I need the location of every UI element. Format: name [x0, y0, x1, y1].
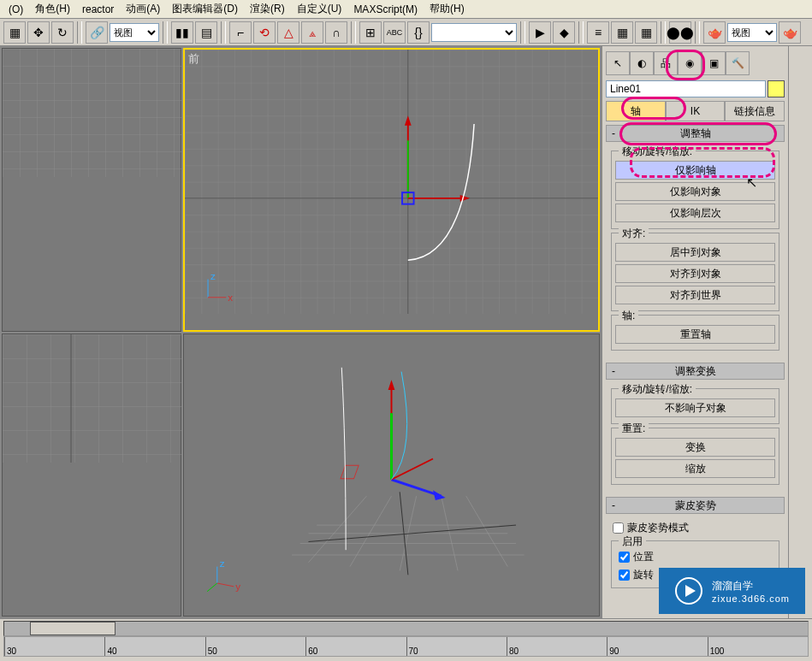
create-tab-icon[interactable]: ↖: [606, 51, 630, 75]
pivot-subtab[interactable]: 轴: [606, 101, 666, 121]
tick: 100: [708, 637, 808, 656]
menu-bar: (O) 角色(H) reactor 动画(A) 图表编辑器(D) 渲染(R) 自…: [0, 0, 812, 19]
position-checkbox[interactable]: 位置: [615, 548, 775, 566]
tick: 70: [406, 637, 507, 656]
align-to-object-button[interactable]: 对齐到对象: [615, 264, 775, 283]
motion-tab-icon[interactable]: ◉: [678, 51, 702, 75]
selection-region-icon[interactable]: ▦: [3, 21, 26, 44]
viewport-bottom-left[interactable]: [2, 333, 181, 617]
time-slider-track[interactable]: [3, 621, 809, 636]
modify-tab-icon[interactable]: ◐: [630, 51, 654, 75]
collapse-icon: -: [612, 365, 615, 377]
reset-scale-button[interactable]: 缩放: [615, 459, 775, 478]
front-view-content: zx: [185, 50, 598, 314]
play-icon[interactable]: ▶: [529, 21, 551, 44]
menu-item[interactable]: 帮助(H): [424, 0, 470, 18]
collapse-icon: -: [612, 499, 615, 511]
curve-editor-icon[interactable]: ▦: [611, 21, 633, 44]
tick: 50: [205, 637, 305, 656]
rollout-adjust-pivot-header[interactable]: - 调整轴: [606, 125, 785, 142]
rollout-title: 调整轴: [680, 127, 711, 141]
render-view-dropdown[interactable]: 视图: [727, 23, 777, 42]
viewport-perspective[interactable]: 透视 zy: [183, 333, 600, 617]
rollout-skin-pose-header[interactable]: - 蒙皮姿势: [606, 497, 785, 514]
abc-icon[interactable]: ABC: [383, 21, 406, 44]
render-setup-icon[interactable]: 🫖: [703, 21, 726, 44]
freeze-icon[interactable]: {}: [407, 21, 430, 44]
reset-pivot-button[interactable]: 重置轴: [615, 325, 775, 344]
group-label: 启用: [619, 534, 646, 549]
command-panel: ↖ ◐ 品 ◉ ▣ 🔨 轴 IK 链接信息 - 调整轴 移动/旋转/缩放: 仅影…: [602, 46, 788, 618]
object-color-swatch[interactable]: [768, 80, 785, 97]
rotate-icon[interactable]: ↻: [51, 21, 74, 44]
perspective-content: zy: [184, 334, 599, 599]
move-rotate-scale-group-2: 移动/旋转/缩放: 不影响子对象: [611, 388, 779, 424]
spinner-snap-icon[interactable]: ⟁: [301, 21, 323, 44]
viewport-area: 前 zx 透视: [0, 46, 602, 618]
group-label: 对齐:: [619, 227, 649, 241]
watermark-url: zixue.3d66.com: [712, 593, 790, 604]
panel-scrollbar[interactable]: [788, 46, 812, 618]
menu-item[interactable]: 动画(A): [121, 0, 165, 18]
angle-snap-icon[interactable]: ⟲: [253, 21, 276, 44]
layers-icon[interactable]: ≡: [587, 21, 609, 44]
menu-item[interactable]: 角色(H): [30, 0, 75, 18]
tick: 60: [305, 637, 406, 656]
snap-magnet-icon[interactable]: ∩: [325, 21, 347, 44]
move-rotate-scale-group: 移动/旋转/缩放: 仅影响轴 仅影响对象 仅影响层次: [611, 150, 779, 229]
timeline: 30 40 50 60 70 80 90 100: [0, 618, 812, 661]
ref-coord-dropdown[interactable]: 视图: [110, 23, 159, 42]
ik-subtab[interactable]: IK: [666, 101, 726, 121]
menu-item[interactable]: 自定义(U): [292, 0, 347, 18]
named-selection-dropdown[interactable]: [431, 23, 517, 42]
pivot-group: 轴: 重置轴: [611, 315, 779, 351]
viewport-front[interactable]: 前 zx: [183, 48, 600, 332]
svg-marker-43: [685, 585, 696, 597]
menu-item[interactable]: reactor: [77, 2, 119, 17]
affect-hierarchy-only-button[interactable]: 仅影响层次: [615, 204, 775, 222]
svg-text:y: y: [235, 580, 240, 591]
link-icon[interactable]: 🔗: [86, 21, 108, 44]
menu-item[interactable]: (O): [3, 2, 28, 17]
svg-text:z: z: [220, 557, 225, 568]
group-label: 移动/旋转/缩放:: [619, 145, 696, 159]
percent-snap-icon[interactable]: △: [277, 21, 299, 44]
rollout-title: 蒙皮姿势: [675, 499, 716, 513]
alignment-group: 对齐: 居中到对象 对齐到对象 对齐到世界: [611, 233, 779, 311]
mirror-icon[interactable]: ▮▮: [171, 21, 193, 44]
object-name-field[interactable]: [606, 80, 766, 97]
rollout-adjust-transform-header[interactable]: - 调整变换: [606, 363, 785, 380]
group-label: 移动/旋转/缩放:: [619, 382, 696, 397]
align-to-world-button[interactable]: 对齐到世界: [615, 286, 775, 304]
viewport-top-left[interactable]: [2, 48, 181, 332]
linkinfo-subtab[interactable]: 链接信息: [725, 101, 785, 121]
menu-item[interactable]: MAXScript(M): [348, 2, 423, 17]
quick-render-icon[interactable]: 🫖: [779, 21, 801, 44]
named-sel-icon[interactable]: ⊞: [359, 21, 382, 44]
watermark: 溜溜自学 zixue.3d66.com: [659, 568, 805, 614]
array-icon[interactable]: ▤: [195, 21, 217, 44]
center-to-object-button[interactable]: 居中到对象: [615, 243, 775, 262]
watermark-title: 溜溜自学: [712, 580, 753, 592]
move-icon[interactable]: ✥: [27, 21, 50, 44]
schematic-icon[interactable]: ▦: [635, 21, 657, 44]
menu-item[interactable]: 渲染(R): [245, 0, 290, 18]
display-tab-icon[interactable]: ▣: [702, 51, 726, 75]
hierarchy-tab-icon[interactable]: 品: [654, 51, 678, 75]
utilities-tab-icon[interactable]: 🔨: [726, 51, 750, 75]
affect-object-only-button[interactable]: 仅影响对象: [615, 182, 775, 201]
time-slider-thumb[interactable]: [30, 622, 116, 635]
play-logo-icon: [674, 576, 703, 605]
reset-transform-button[interactable]: 变换: [615, 438, 775, 457]
dont-affect-children-button[interactable]: 不影响子对象: [615, 398, 775, 417]
time-ruler[interactable]: 30 40 50 60 70 80 90 100: [3, 636, 809, 657]
main-toolbar: ▦ ✥ ↻ 🔗 视图 ▮▮ ▤ ⌐ ⟲ △ ⟁ ∩ ⊞ ABC {} ▶ ◆ ≡…: [0, 19, 812, 46]
affect-pivot-only-button[interactable]: 仅影响轴: [615, 161, 775, 180]
tick: 80: [507, 637, 607, 656]
key-tangent-icon[interactable]: ◆: [553, 21, 575, 44]
collapse-icon: -: [612, 127, 615, 139]
tick: 90: [607, 637, 707, 656]
menu-item[interactable]: 图表编辑器(D): [167, 0, 243, 18]
material-icon[interactable]: ⬤⬤: [669, 21, 691, 44]
snap-toggle-icon[interactable]: ⌐: [229, 21, 252, 44]
